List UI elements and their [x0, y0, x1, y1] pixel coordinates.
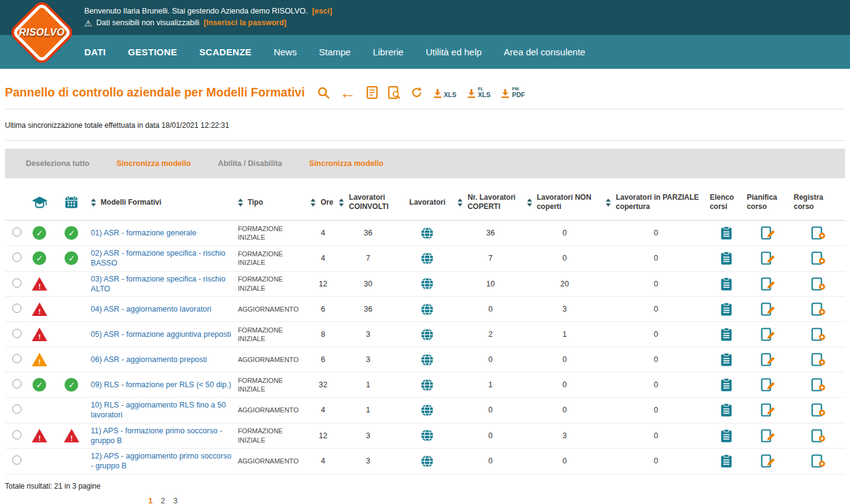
row-radio[interactable]: [12, 329, 22, 338]
row-radio[interactable]: [12, 354, 22, 363]
plan-course-icon[interactable]: [761, 429, 776, 443]
course-list-icon[interactable]: [720, 328, 733, 341]
deselect-all-button[interactable]: Deseleziona tutto: [26, 159, 90, 168]
plan-course-icon[interactable]: [761, 302, 776, 316]
logout-link[interactable]: [esci]: [312, 6, 332, 17]
model-link[interactable]: 10) RLS - aggiornamento RLS fino a 50 la…: [91, 400, 234, 420]
register-course-icon[interactable]: [811, 454, 826, 468]
row-radio[interactable]: [12, 278, 22, 288]
register-course-icon[interactable]: [811, 378, 826, 392]
refresh-icon[interactable]: [411, 87, 423, 98]
sort-lavoratori-non-coperti[interactable]: [527, 199, 532, 207]
pagination-page-1[interactable]: 1: [148, 496, 153, 504]
row-radio[interactable]: [12, 430, 22, 439]
model-link[interactable]: 06) ASR - aggiornamento preposti: [91, 355, 207, 364]
plan-course-icon[interactable]: [761, 226, 776, 240]
workers-icon[interactable]: [420, 454, 434, 468]
plan-course-icon[interactable]: [761, 277, 776, 291]
register-course-icon[interactable]: [811, 429, 826, 443]
plan-course-icon[interactable]: [761, 454, 776, 468]
register-course-icon[interactable]: [811, 302, 826, 316]
model-type: AGGIORNAMENTO: [238, 356, 299, 363]
workers-icon[interactable]: [420, 353, 434, 367]
plan-course-icon[interactable]: [761, 378, 776, 392]
register-course-icon[interactable]: [811, 226, 826, 240]
nav-librerie[interactable]: Librerie: [373, 47, 403, 57]
model-link[interactable]: 05) ASR - formazione aggiuntiva preposti: [91, 329, 231, 339]
nav-gestione[interactable]: GESTIONE: [128, 47, 177, 57]
model-link[interactable]: 09) RLS - formazione per RLS (< 50 dip.): [91, 380, 231, 390]
sync-model-button[interactable]: Sincronizza modello: [117, 159, 191, 168]
course-list-icon[interactable]: [720, 378, 733, 392]
workers-covered-value: 1: [456, 372, 525, 398]
nav-dati[interactable]: DATI: [84, 47, 106, 57]
course-list-icon[interactable]: [720, 429, 733, 443]
row-radio[interactable]: [12, 253, 22, 262]
workers-icon[interactable]: [420, 226, 434, 240]
nav-news[interactable]: News: [274, 47, 297, 57]
model-type: FORMAZIONE INIZIALE: [238, 225, 283, 241]
workers-covered-value: 10: [456, 271, 525, 297]
nav-scadenze[interactable]: SCADENZE: [199, 47, 252, 57]
workers-icon[interactable]: [420, 251, 434, 266]
model-link[interactable]: 01) ASR - formazione generale: [91, 228, 197, 238]
sync-model-button-2[interactable]: Sincronizza modello: [309, 159, 384, 168]
sort-tipo[interactable]: [238, 199, 243, 207]
document-search-icon[interactable]: [388, 86, 400, 99]
download-xls-button[interactable]: XLS: [433, 87, 456, 98]
register-course-icon[interactable]: [811, 251, 826, 265]
sort-modelli-formativi[interactable]: [91, 199, 96, 207]
search-icon[interactable]: [317, 87, 330, 99]
workers-icon[interactable]: [420, 428, 434, 443]
row-radio[interactable]: [12, 455, 22, 465]
plan-course-icon[interactable]: [761, 353, 776, 366]
register-course-icon[interactable]: [811, 353, 826, 366]
course-list-icon[interactable]: [720, 302, 733, 316]
workers-not-covered-value: 0: [525, 246, 605, 272]
download-fm-pdf-button[interactable]: FMPDF: [501, 87, 525, 98]
sort-lavoratori-coinvolti[interactable]: [339, 199, 344, 207]
row-radio[interactable]: [12, 404, 22, 414]
register-course-icon[interactable]: [811, 403, 826, 417]
course-list-icon[interactable]: [720, 277, 733, 291]
course-list-icon[interactable]: [720, 251, 733, 265]
workers-involved-value: 36: [337, 297, 399, 322]
model-link[interactable]: 03) ASR - formazione specifica - rischio…: [91, 274, 234, 294]
back-arrow-icon[interactable]: ←: [340, 87, 356, 99]
plan-course-icon[interactable]: [761, 328, 776, 341]
model-link[interactable]: 12) APS - aggiornamento primo soccorso -…: [91, 451, 234, 471]
course-list-icon[interactable]: [720, 454, 733, 468]
workers-icon[interactable]: [420, 277, 434, 291]
register-course-icon[interactable]: [811, 328, 826, 341]
pagination-page-2[interactable]: 2: [161, 496, 165, 504]
course-list-icon[interactable]: [720, 226, 733, 240]
sort-lavoratori-parziale[interactable]: [606, 199, 611, 207]
model-link[interactable]: 02) ASR - formazione specifica - rischio…: [91, 248, 234, 269]
nav-utilita-ed-help[interactable]: Utilità ed help: [426, 47, 482, 57]
insert-password-link[interactable]: [Inserisci la password]: [204, 17, 287, 29]
register-course-icon[interactable]: [811, 277, 826, 291]
pagination-page-3[interactable]: 3: [173, 496, 177, 504]
download-fl-xls-button[interactable]: FLXLS: [467, 87, 490, 98]
nav-stampe[interactable]: Stampe: [319, 47, 351, 57]
row-radio[interactable]: [12, 379, 22, 388]
workers-icon[interactable]: [420, 328, 434, 342]
workers-icon[interactable]: [420, 378, 434, 392]
plan-course-icon[interactable]: [761, 403, 776, 417]
risolvo-logo[interactable]: RISOLVO: [6, 0, 77, 65]
workers-icon[interactable]: [420, 302, 434, 317]
workers-icon[interactable]: [420, 403, 434, 417]
model-link[interactable]: 11) APS - formazione primo soccorso - gr…: [91, 426, 234, 446]
plan-course-icon[interactable]: [761, 251, 776, 265]
course-list-icon[interactable]: [720, 403, 733, 417]
enable-disable-button[interactable]: Abilita / Disabilita: [218, 159, 282, 168]
course-list-icon[interactable]: [720, 353, 733, 366]
report-icon[interactable]: [367, 86, 378, 99]
sort-lavoratori-coperti[interactable]: [458, 199, 463, 207]
header-elenco-corsi: Elenco corsi: [710, 193, 743, 211]
nav-area-del-consulente[interactable]: Area del consulente: [504, 47, 586, 57]
model-link[interactable]: 04) ASR - aggiornamento lavoratori: [91, 304, 212, 314]
row-radio[interactable]: [12, 304, 22, 313]
sort-ore[interactable]: [311, 199, 316, 207]
row-radio[interactable]: [12, 227, 22, 237]
